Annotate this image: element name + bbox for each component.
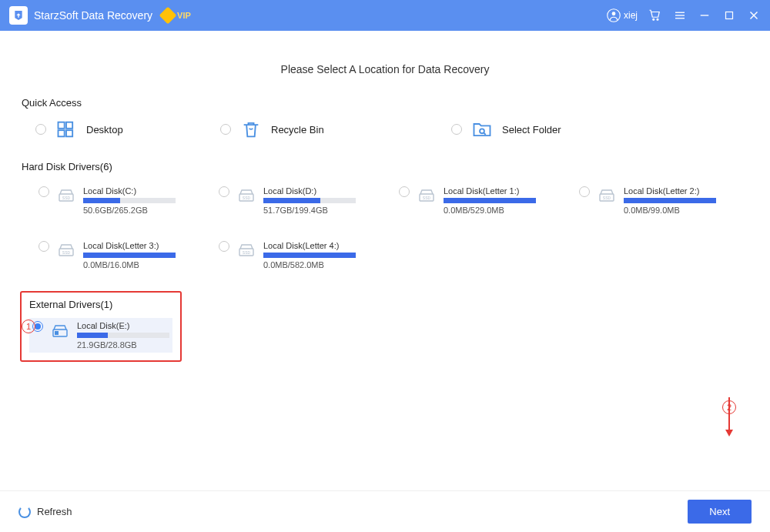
annotation-2: 2: [722, 400, 736, 414]
drive-usage-bar: [444, 198, 536, 203]
windows-icon: [55, 119, 77, 139]
qa-selectfolder-label: Select Folder: [502, 124, 561, 136]
drive-size: 0.0MB/16.0MB: [83, 260, 194, 269]
drive-item[interactable]: SSDLocal Disk(Letter 3:)0.0MB/16.0MB: [35, 238, 197, 273]
drive-name: Local Disk(Letter 4:): [263, 241, 374, 250]
refresh-label: Refresh: [37, 506, 72, 517]
vip-label: VIP: [177, 11, 191, 20]
drive-usage-bar: [83, 253, 176, 258]
close-button[interactable]: [747, 8, 761, 22]
vip-diamond-icon: [159, 7, 177, 25]
svg-rect-34: [57, 333, 58, 334]
svg-point-1: [612, 12, 616, 15]
quick-access-row: Desktop Recycle Bin Select Folder: [22, 119, 748, 139]
drive-item[interactable]: Local Disk(E:)21.9GB/28.8GB: [29, 318, 172, 353]
minimize-button[interactable]: [698, 8, 711, 22]
ssd-drive-icon: SSD: [237, 241, 256, 258]
svg-rect-32: [57, 332, 58, 333]
drive-name: Local Disk(Letter 1:): [444, 186, 554, 196]
svg-rect-12: [66, 122, 72, 129]
drive-usage-bar: [83, 198, 176, 203]
quick-access-label: Quick Access: [22, 97, 748, 109]
drive-usage-bar: [263, 198, 356, 203]
titlebar: StarzSoft Data Recovery VIP xiej: [0, 0, 770, 31]
annotation-arrow: 2: [725, 397, 733, 437]
svg-line-16: [484, 133, 485, 135]
annotation-1: 1: [22, 320, 35, 333]
user-account-button[interactable]: xiej: [607, 8, 638, 22]
ssd-drive-icon: SSD: [237, 186, 256, 203]
ssd-drive-icon: SSD: [57, 241, 75, 258]
quick-access-desktop[interactable]: Desktop: [35, 119, 189, 139]
trash-icon: [240, 119, 262, 139]
next-button[interactable]: Next: [688, 500, 752, 524]
quick-access-select-folder[interactable]: Select Folder: [451, 119, 561, 139]
drive-item[interactable]: SSDLocal Disk(Letter 4:)0.0MB/582.0MB: [216, 238, 377, 273]
annotation-2-label: 2: [722, 400, 736, 414]
drive-name: Local Disk(Letter 3:): [83, 241, 194, 250]
drive-item[interactable]: SSDLocal Disk(D:)51.7GB/199.4GB: [216, 183, 377, 218]
drive-item[interactable]: SSDLocal Disk(C:)50.6GB/265.2GB: [35, 183, 197, 218]
external-label: External Drivers(1): [29, 299, 172, 310]
drive-usage-bar: [77, 333, 169, 338]
drive-size: 51.7GB/199.4GB: [263, 206, 374, 215]
radio-icon: [38, 241, 49, 252]
main-content: Please Select A Location for Data Recove…: [0, 31, 770, 490]
arrow-head-icon: [725, 430, 733, 437]
user-avatar-icon: [607, 8, 621, 22]
radio-icon: [219, 241, 229, 252]
ssd-drive-icon: SSD: [598, 186, 616, 203]
drive-size: 0.0MB/99.0MB: [624, 206, 735, 215]
drive-name: Local Disk(E:): [77, 321, 169, 330]
drive-name: Local Disk(D:): [263, 186, 374, 196]
svg-text:SSD: SSD: [243, 250, 251, 255]
vip-badge: VIP: [162, 9, 191, 22]
svg-point-2: [653, 18, 654, 20]
svg-rect-11: [59, 122, 65, 129]
svg-text:SSD: SSD: [243, 196, 251, 200]
radio-icon: [399, 186, 410, 197]
radio-icon: [219, 186, 229, 197]
radio-icon: [220, 124, 231, 135]
drive-item[interactable]: SSDLocal Disk(Letter 2:)0.0MB/99.0MB: [576, 183, 738, 218]
refresh-spinner-icon: [18, 506, 31, 518]
drive-name: Local Disk(Letter 2:): [624, 186, 735, 196]
svg-rect-8: [726, 12, 733, 19]
cart-button[interactable]: [648, 8, 662, 22]
svg-rect-14: [66, 130, 72, 136]
app-title: StarzSoft Data Recovery: [34, 9, 152, 22]
drive-usage-bar: [263, 253, 356, 258]
svg-text:SSD: SSD: [423, 196, 431, 200]
qa-recyclebin-label: Recycle Bin: [271, 124, 324, 136]
refresh-button[interactable]: Refresh: [18, 506, 72, 518]
drive-usage-bar: [624, 198, 716, 203]
annotation-1-label: 1: [22, 320, 35, 333]
drive-name: Local Disk(C:): [83, 186, 194, 196]
drive-size: 21.9GB/28.8GB: [77, 340, 169, 350]
radio-icon: [38, 186, 49, 197]
svg-text:SSD: SSD: [62, 196, 71, 200]
drive-size: 0.0MB/582.0MB: [263, 260, 374, 269]
radio-icon: [35, 124, 46, 135]
svg-rect-31: [55, 332, 56, 333]
external-grid: Local Disk(E:)21.9GB/28.8GB: [29, 318, 172, 353]
maximize-button[interactable]: [722, 8, 736, 22]
ssd-drive-icon: SSD: [417, 186, 436, 203]
quick-access-recycle-bin[interactable]: Recycle Bin: [220, 119, 420, 139]
app-window: StarzSoft Data Recovery VIP xiej: [0, 0, 770, 532]
menu-button[interactable]: [673, 8, 687, 22]
hard-disk-label: Hard Disk Drivers(6): [22, 161, 748, 172]
svg-point-15: [480, 129, 484, 133]
external-box: External Drivers(1) Local Disk(E:)21.9GB…: [20, 291, 182, 362]
app-logo-icon: [9, 6, 28, 25]
svg-rect-33: [55, 333, 56, 334]
ssd-drive-icon: SSD: [57, 186, 75, 203]
svg-text:SSD: SSD: [603, 196, 611, 200]
hard-disk-grid: SSDLocal Disk(C:)50.6GB/265.2GBSSDLocal …: [22, 183, 748, 273]
drive-item[interactable]: SSDLocal Disk(Letter 1:)0.0MB/529.0MB: [396, 183, 557, 218]
svg-text:SSD: SSD: [62, 250, 71, 255]
drive-size: 0.0MB/529.0MB: [444, 206, 554, 215]
radio-icon: [579, 186, 590, 197]
svg-point-3: [657, 18, 658, 20]
folder-search-icon: [471, 119, 493, 139]
